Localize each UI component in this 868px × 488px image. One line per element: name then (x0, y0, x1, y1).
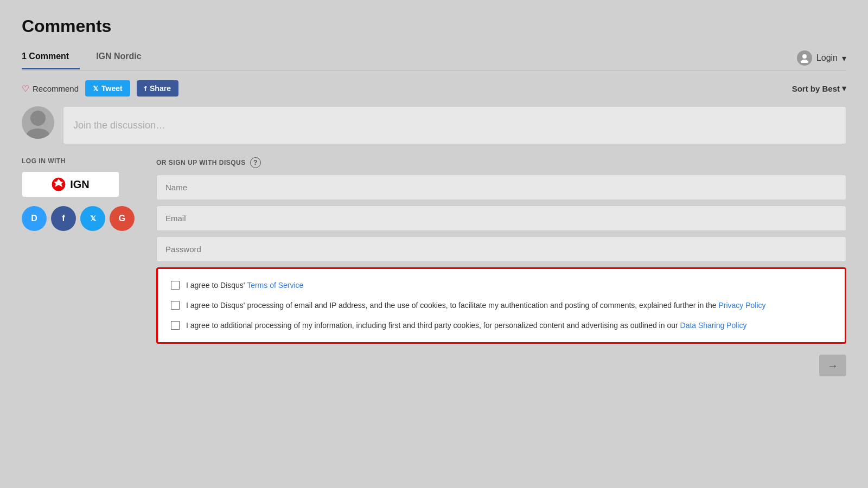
consent-checkbox-3[interactable] (171, 321, 180, 330)
social-icons-row: D f 𝕏 G (22, 206, 135, 231)
discussion-input[interactable]: Join the discussion… (63, 106, 846, 144)
next-arrow-icon: → (827, 359, 838, 372)
twitter-social-icon: 𝕏 (90, 214, 96, 223)
login-button[interactable]: Login ▾ (797, 46, 846, 70)
sort-chevron: ▾ (842, 84, 846, 93)
disqus-social-button[interactable]: D (22, 206, 47, 231)
sign-up-section: OR SIGN UP WITH DISQUS ? I agree to Disq… (156, 157, 846, 344)
sign-up-label: OR SIGN UP WITH DISQUS ? (156, 157, 846, 168)
share-label: Share (150, 84, 171, 93)
tweet-button[interactable]: 𝕏 Tweet (85, 80, 130, 97)
google-social-button[interactable]: G (110, 206, 135, 231)
login-label: Login (816, 53, 838, 63)
consent-text-3-prefix: I agree to additional processing of my i… (186, 321, 678, 330)
log-in-with-label: LOG IN WITH (22, 157, 135, 165)
log-in-with-panel: LOG IN WITH IGN D f 𝕏 G (22, 157, 135, 344)
recommend-button[interactable]: ♡ Recommend (22, 84, 79, 94)
consent-item-3: I agree to additional processing of my i… (171, 320, 832, 331)
sort-label: Sort by Best (792, 84, 840, 93)
sign-up-label-text: OR SIGN UP WITH DISQUS (156, 159, 246, 166)
login-icon (797, 50, 812, 66)
data-sharing-policy-link[interactable]: Data Sharing Policy (680, 321, 747, 330)
consent-checkbox-2[interactable] (171, 301, 180, 310)
name-field[interactable] (156, 175, 846, 200)
ign-logo-icon (52, 177, 66, 191)
consent-text-2-prefix: I agree to Disqus' processing of email a… (186, 301, 717, 310)
login-chevron: ▾ (842, 53, 846, 63)
share-button[interactable]: f Share (137, 80, 178, 97)
tab-comment-count[interactable]: 1 Comment (22, 47, 80, 69)
actions-left: ♡ Recommend 𝕏 Tweet f Share (22, 80, 178, 97)
twitter-icon: 𝕏 (93, 85, 98, 93)
discussion-placeholder: Join the discussion… (73, 120, 165, 131)
tweet-label: Tweet (101, 84, 123, 93)
consent-text-2: I agree to Disqus' processing of email a… (186, 300, 766, 311)
tabs-left: 1 Comment IGN Nordic (22, 47, 152, 69)
consent-text-3: I agree to additional processing of my i… (186, 320, 746, 331)
terms-of-service-link[interactable]: Terms of Service (247, 281, 303, 290)
heart-icon: ♡ (22, 84, 29, 94)
facebook-social-icon: f (62, 214, 65, 223)
consent-checkbox-1[interactable] (171, 281, 180, 290)
svg-point-0 (802, 54, 807, 59)
google-icon: G (119, 214, 125, 223)
bottom-nav-row: → (22, 355, 846, 376)
actions-row: ♡ Recommend 𝕏 Tweet f Share Sort by Best… (22, 80, 846, 97)
privacy-policy-link[interactable]: Privacy Policy (718, 301, 765, 310)
ign-login-button[interactable]: IGN (22, 171, 119, 197)
email-field[interactable] (156, 206, 846, 231)
tab-ign-nordic[interactable]: IGN Nordic (96, 47, 152, 69)
avatar (22, 106, 54, 139)
disqus-icon: D (31, 214, 37, 223)
facebook-icon: f (144, 85, 146, 93)
consent-item-2: I agree to Disqus' processing of email a… (171, 300, 832, 311)
discussion-row: Join the discussion… (22, 106, 846, 144)
consent-box: I agree to Disqus' Terms of Service I ag… (156, 267, 846, 344)
password-field[interactable] (156, 236, 846, 262)
recommend-label: Recommend (33, 84, 79, 93)
svg-point-1 (801, 60, 808, 63)
tabs-row: 1 Comment IGN Nordic Login ▾ (22, 46, 846, 70)
twitter-social-button[interactable]: 𝕏 (80, 206, 105, 231)
svg-point-2 (30, 111, 46, 126)
help-icon[interactable]: ? (250, 157, 261, 168)
sort-button[interactable]: Sort by Best ▾ (792, 84, 846, 93)
login-section: LOG IN WITH IGN D f 𝕏 G (22, 157, 846, 344)
facebook-social-button[interactable]: f (51, 206, 76, 231)
consent-text-1: I agree to Disqus' Terms of Service (186, 280, 303, 291)
consent-text-1-prefix: I agree to Disqus' (186, 281, 245, 290)
ign-label: IGN (70, 178, 90, 191)
svg-point-3 (26, 129, 50, 139)
next-button[interactable]: → (819, 355, 846, 376)
page-title: Comments (22, 16, 846, 36)
consent-item-1: I agree to Disqus' Terms of Service (171, 280, 832, 291)
